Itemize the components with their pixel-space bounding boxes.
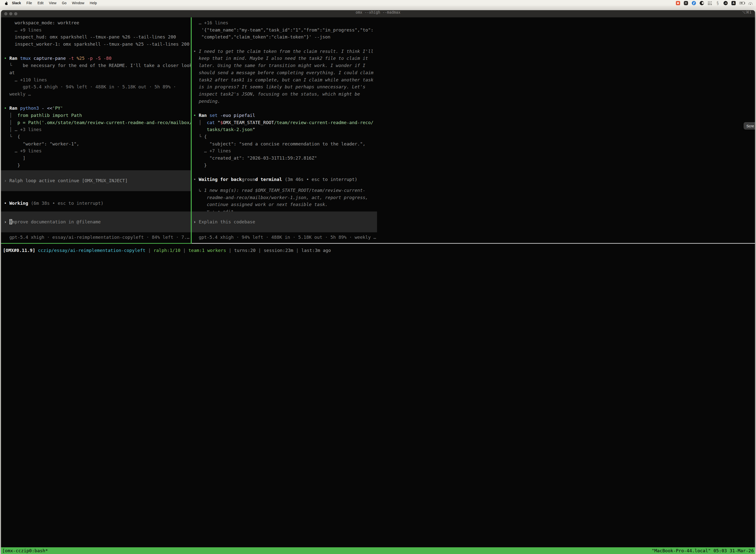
terminal-line: • Ran python3 - <<'PY'	[4, 105, 191, 112]
terminal-line: › Explain this codebase	[192, 218, 255, 226]
terminal-line	[193, 41, 377, 48]
left-pane[interactable]: workspace_mode: worktree … +9 lines insp…	[1, 17, 191, 243]
left-scrollback: workspace_mode: worktree … +9 lines insp…	[4, 19, 191, 169]
terminal-line: }	[4, 162, 191, 169]
right-scrollback: … +16 lines '{"team_name":"my-team","tas…	[193, 19, 377, 169]
terminal-line: › Ralph loop active continue [OMX_TMUX_I…	[1, 177, 128, 184]
terminal-line: inspect_worker-1: omx sparkshell --tmux-…	[4, 41, 191, 48]
terminal-line: │ from pathlib import Path	[4, 112, 191, 119]
active-pane-border	[1, 243, 192, 244]
right-pane[interactable]: … +16 lines '{"team_name":"my-team","tas…	[192, 17, 377, 243]
terminal-line: weekly …	[4, 91, 191, 98]
terminal-line	[193, 105, 377, 112]
terminal-line: should send a message before completing …	[193, 69, 377, 76]
menu-item-file[interactable]: File	[24, 1, 35, 5]
terminal-line: is in progress? It seems likely but perh…	[193, 84, 377, 91]
menu-item-help[interactable]: Help	[87, 1, 100, 5]
terminal-line: … +110 lines	[4, 76, 191, 84]
right-session-status: gpt-5.4 xhigh · 94% left · 488K in · 5.1…	[192, 234, 377, 241]
terminal-line: '{"team_name":"my-team","task_id":"1","f…	[193, 26, 377, 34]
terminal-line: readme-and-reco/mailbox/worker-1.json, a…	[193, 194, 377, 201]
terminal-line: • Ran set -euo pipefail	[193, 112, 377, 119]
terminal-line: • Working (6m 38s • esc to interrupt)	[4, 200, 191, 207]
terminal-line: │ cat "$OMX_TEAM_STATE_ROOT/team/review-…	[193, 119, 377, 126]
menu-item-window[interactable]: Window	[69, 1, 87, 5]
terminal-line: "subject": "send a concise recommendatio…	[193, 141, 377, 148]
terminal-line: └ be necessary for the end of the README…	[4, 62, 191, 69]
terminal-line: keep that in mind. Maybe I also need the…	[193, 55, 377, 62]
menu-item-edit[interactable]: Edit	[35, 1, 46, 5]
terminal-line: gpt-5.4 xhigh · 94% left · 488K in · 5.1…	[4, 84, 191, 91]
terminal-window: omx --xhigh --madmax ⌥⌘1 workspace_mode:…	[1, 10, 378, 277]
left-session-status: gpt-5.4 xhigh · essay/ai-reimplementatio…	[1, 234, 191, 241]
ralph-loop-band: › Ralph loop active continue [OMX_TMUX_I…	[1, 170, 191, 191]
terminal-line: • Ran tmux capture-pane -t %25 -p -S -80	[4, 55, 191, 62]
terminal-line: │ … +3 lines	[4, 126, 191, 133]
terminal-line: … +16 lines	[193, 19, 377, 26]
terminal-line: › Improve documentation in @filename	[1, 218, 101, 226]
terminal-line: workspace_mode: worktree	[4, 19, 191, 26]
terminal-line: later. Using the same for transition mig…	[193, 62, 377, 69]
terminal-content: workspace_mode: worktree … +9 lines insp…	[1, 17, 378, 277]
terminal-line: ]	[4, 155, 191, 162]
terminal-line: … +7 lines	[193, 148, 377, 155]
menu-item-view[interactable]: View	[46, 1, 59, 5]
right-prompt-input[interactable]: › Explain this codebase	[192, 212, 377, 232]
waiting-status-line: • Waiting for background terminal (3m 46…	[192, 176, 377, 183]
terminal-line: pending.	[193, 98, 377, 105]
menu-item-slack[interactable]: Slack	[9, 1, 24, 5]
terminal-line: inspect task2's JSON, focusing on the st…	[193, 91, 377, 98]
terminal-line: • I need to get the claim token from the…	[193, 48, 377, 55]
window-title: omx --xhigh --madmax	[1, 10, 378, 17]
terminal-line	[4, 48, 191, 55]
menu-item-go[interactable]: Go	[59, 1, 69, 5]
terminal-line: … +9 lines	[4, 148, 191, 155]
mailbox-message-lines: ↳ 1 new msg(s): read $OMX_TEAM_STATE_ROO…	[192, 187, 377, 215]
terminal-line: [OMX#0.11.9] cczip/essay/ai-reimplementa…	[3, 247, 378, 254]
terminal-line: • Waiting for background terminal (3m 46…	[193, 176, 377, 183]
terminal-line: inspect_hud: omx sparkshell --tmux-pane …	[4, 34, 191, 41]
menu-items: SlackFileEditViewGoWindowHelp	[9, 1, 100, 5]
working-status-line: • Working (6m 38s • esc to interrupt)	[1, 200, 191, 207]
apple-menu-icon[interactable]	[4, 1, 8, 5]
terminal-line: gpt-5.4 xhigh · essay/ai-reimplementatio…	[4, 234, 191, 241]
terminal-line: │ p = Path('.omx/state/team/review-curre…	[4, 119, 191, 126]
terminal-line: └ {	[4, 133, 191, 141]
terminal-line: at	[4, 69, 191, 76]
omx-hud-statusline: [OMX#0.11.9] cczip/essay/ai-reimplementa…	[3, 247, 378, 254]
terminal-line: "completed","claim_token":"claim-token"}…	[193, 34, 377, 41]
terminal-line: "worker": "worker-1",	[4, 141, 191, 148]
terminal-line: task2 after task1 is complete, but can I…	[193, 76, 377, 84]
terminal-line: "created_at": "2026-03-31T11:59:27.816Z"	[193, 155, 377, 162]
terminal-line: … +9 lines	[4, 26, 191, 34]
terminal-line: continue assigned work or next feasible …	[193, 201, 377, 208]
left-prompt-input[interactable]: › Improve documentation in @filename	[1, 212, 191, 232]
terminal-line: }	[193, 162, 377, 169]
terminal-line: ↳ 1 new msg(s): read $OMX_TEAM_STATE_ROO…	[193, 187, 377, 194]
terminal-line	[4, 98, 191, 105]
terminal-line: tasks/task-2.json"	[193, 126, 377, 133]
terminal-line: gpt-5.4 xhigh · 94% left · 488K in · 5.1…	[193, 234, 377, 241]
menu-bar: SlackFileEditViewGoWindowHelp §..61A	[0, 0, 378, 6]
window-titlebar[interactable]: omx --xhigh --madmax ⌥⌘1	[1, 10, 378, 18]
terminal-line: └ {	[193, 133, 377, 141]
inactive-pane-border	[192, 243, 378, 244]
